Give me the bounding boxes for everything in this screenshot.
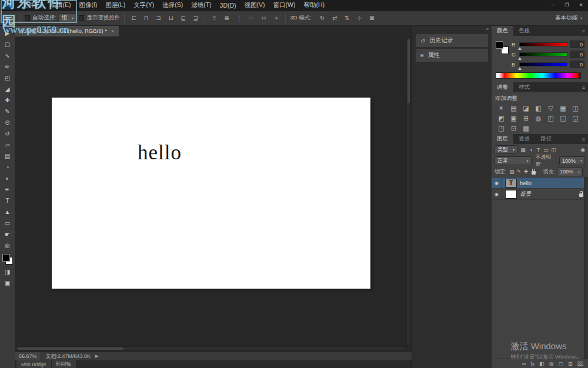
properties-panel-button[interactable]: ≡ 属性 (416, 49, 488, 62)
adjustment-icon[interactable]: ▦ (557, 103, 569, 113)
distribute-bottom-icon[interactable]: ⋮ (234, 14, 244, 23)
shape-tool[interactable]: ▭ (1, 218, 14, 229)
type-tool[interactable]: T (1, 195, 14, 206)
menu-item[interactable]: 文件(F) (18, 0, 46, 10)
tool-preset-icon[interactable]: ▶▾ (3, 15, 16, 21)
adjustment-layer-icon[interactable]: ◍ (549, 361, 554, 367)
filter-toggle-icon[interactable]: ◉ (580, 147, 585, 153)
horizontal-scrollbar[interactable] (16, 346, 406, 351)
panel-menu-icon[interactable]: ≡ (582, 82, 588, 92)
blur-tool[interactable]: ◔ (1, 162, 14, 173)
adjustment-icon[interactable]: ◳ (495, 123, 507, 133)
align-left-icon[interactable]: ⊏ (129, 14, 139, 23)
foreground-color-swatch[interactable] (2, 254, 10, 262)
color-tab[interactable]: 颜色 (492, 26, 513, 36)
menu-item[interactable]: 选择(S) (158, 0, 187, 10)
layer-filter-icon[interactable]: ▭ (542, 147, 550, 153)
document-tab[interactable]: 未标题-1 @ 66.7% (hello, RGB/8) * × (15, 26, 119, 36)
align-center-h-icon[interactable]: ⊓ (141, 14, 151, 23)
channel-value-field[interactable]: 0 (570, 41, 584, 48)
dodge-tool[interactable]: ◐ (1, 173, 14, 184)
adjustment-icon[interactable]: ◱ (557, 113, 569, 123)
path-selection-tool[interactable]: ▲ (1, 206, 14, 218)
paths-tab[interactable]: 路径 (535, 134, 557, 144)
layer-style-icon[interactable]: fx (530, 361, 534, 367)
3d-slide-icon[interactable]: ⊹ (355, 14, 365, 23)
menu-item[interactable]: 3D(D) (216, 0, 240, 10)
menu-item[interactable]: 窗口(W) (269, 0, 300, 10)
adjustment-icon[interactable]: ▽ (544, 103, 557, 113)
channel-slider[interactable] (519, 62, 567, 66)
delete-layer-icon[interactable]: ⌧ (577, 361, 583, 367)
blend-mode-dropdown[interactable]: 正常▾ (495, 156, 532, 165)
menu-item[interactable]: 帮助(H) (300, 0, 329, 10)
screen-mode-icon[interactable]: ▣ (1, 277, 14, 289)
history-brush-tool[interactable]: ↺ (1, 128, 14, 139)
eyedropper-tool[interactable]: ◢ (1, 83, 14, 95)
new-layer-icon[interactable]: ⊞ (568, 361, 573, 367)
auto-select-target-dropdown[interactable]: 组▾ (59, 14, 77, 22)
3d-rotate-icon[interactable]: ↻ (318, 14, 328, 23)
adjustments-tab[interactable]: 调整 (492, 82, 513, 92)
restore-button[interactable]: ❐ (560, 1, 574, 10)
align-bottom-icon[interactable]: ⊒ (191, 14, 201, 23)
channel-slider[interactable] (519, 52, 567, 56)
distribute-left-icon[interactable]: ⋯ (246, 14, 256, 23)
align-right-icon[interactable]: ⊐ (153, 14, 163, 23)
foreground-background-swatches[interactable] (2, 254, 13, 265)
new-group-icon[interactable]: ▢ (559, 361, 564, 367)
layer-mask-icon[interactable]: ◧ (539, 361, 544, 367)
channels-tab[interactable]: 通道 (513, 134, 535, 144)
quick-selection-tool[interactable]: ✏ (1, 61, 14, 72)
distribute-center-icon[interactable]: ≣ (222, 14, 232, 23)
crop-tool[interactable]: ◰ (1, 72, 14, 83)
scrollbar-thumb[interactable] (18, 347, 123, 350)
lock-option-icon[interactable]: ✚ (523, 169, 530, 175)
vertical-scrollbar[interactable] (406, 37, 411, 346)
hand-tool[interactable]: ☛ (1, 229, 14, 240)
panel-menu-icon[interactable]: ≡ (582, 26, 588, 36)
layers-tab[interactable]: 图层 (492, 134, 513, 144)
opacity-field[interactable]: 100%▾ (559, 156, 585, 165)
menu-item[interactable]: 编辑(E) (46, 0, 75, 10)
brush-tool[interactable]: ✎ (1, 106, 14, 117)
menu-item[interactable]: 图层(L) (101, 0, 129, 10)
move-tool[interactable]: ▶ (1, 28, 14, 39)
distribute-right-icon[interactable]: ∻ (271, 14, 281, 23)
align-top-icon[interactable]: ⊔ (166, 14, 176, 23)
3d-scale-icon[interactable]: ⊠ (367, 14, 377, 23)
show-transform-checkbox[interactable] (79, 15, 84, 21)
mini-bridge-tab[interactable]: Mini Bridge (16, 360, 51, 368)
channel-value-field[interactable]: 0 (570, 51, 584, 58)
layer-thumbnail[interactable]: T (505, 179, 517, 188)
fill-field[interactable]: 100%▾ (557, 168, 583, 176)
adjustment-icon[interactable]: ◧ (532, 103, 544, 113)
layer-filter-icon[interactable]: ▦ (519, 147, 527, 153)
status-arrow-icon[interactable]: ▶ (95, 354, 98, 359)
layer-visibility-toggle[interactable]: ◉ (492, 189, 502, 199)
zoom-level-field[interactable]: 66.67% (15, 352, 41, 360)
color-spectrum-ramp[interactable] (496, 72, 581, 79)
lock-option-icon[interactable]: ✎ (516, 169, 523, 175)
adjustment-icon[interactable]: ⊞ (520, 113, 532, 123)
gradient-tool[interactable]: ▤ (1, 150, 14, 162)
clone-stamp-tool[interactable]: ⊙ (1, 117, 14, 128)
lasso-tool[interactable]: ∿ (1, 50, 14, 61)
lock-option-icon[interactable]: ▨ (509, 169, 516, 175)
layer-list-scrollbar[interactable] (584, 178, 588, 359)
layer-filter-icon[interactable]: T (534, 147, 542, 153)
channel-slider[interactable] (519, 42, 567, 46)
color-swatch-widget[interactable] (496, 41, 509, 54)
document-canvas[interactable]: hello (52, 98, 370, 289)
eraser-tool[interactable]: ▱ (1, 139, 14, 150)
menu-item[interactable]: 图像(I) (75, 0, 101, 10)
timeline-tab[interactable]: 时间轴 (52, 360, 76, 368)
foreground-color-swatch[interactable] (496, 41, 503, 49)
adjustment-icon[interactable]: ◫ (569, 103, 582, 113)
collapse-dock-icon[interactable]: « (486, 26, 489, 32)
adjustment-icon[interactable]: ▩ (520, 123, 532, 133)
align-center-v-icon[interactable]: ⊑ (178, 14, 188, 23)
auto-select-checkbox[interactable] (25, 15, 30, 21)
layer-visibility-toggle[interactable]: ◉ (492, 178, 502, 188)
channel-value-field[interactable]: 0 (570, 61, 584, 68)
